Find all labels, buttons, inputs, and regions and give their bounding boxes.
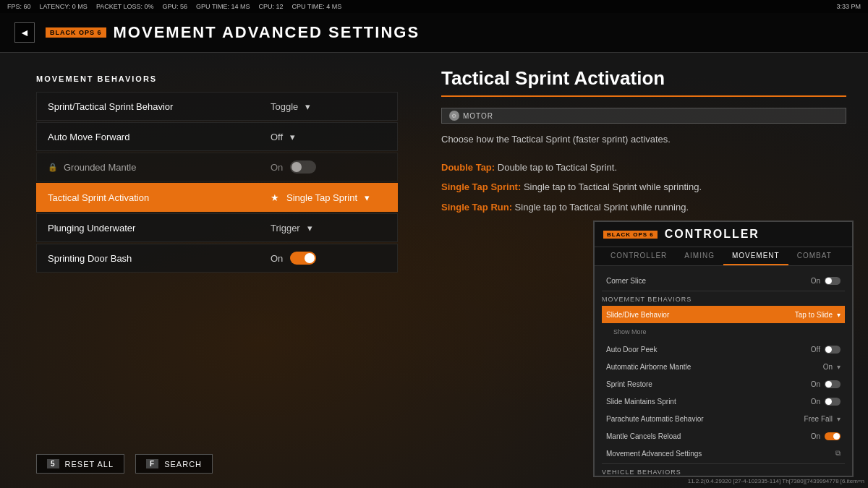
ctrl-val-corner-slice: On (811, 277, 820, 285)
ctrl-toggle-sprint-restore[interactable] (825, 380, 841, 388)
game-logo: BLACK OPS 6 (46, 27, 106, 38)
setting-name-sprint-behavior: Sprint/Tactical Sprint Behavior (48, 101, 271, 112)
chevron-icon: ▾ (290, 132, 295, 142)
ctrl-row-airborne-mantle[interactable]: Automatic Airborne Mantle On ▾ (602, 358, 845, 375)
reset-key: 5 (47, 459, 59, 468)
reset-all-button[interactable]: 5 RESET ALL (36, 454, 124, 474)
ctrl-row-parachute[interactable]: Parachute Automatic Behavior Free Fall ▾ (602, 410, 845, 427)
settings-list: Sprint/Tactical Sprint Behavior Toggle ▾… (36, 92, 398, 273)
back-button[interactable]: ◄ (14, 22, 35, 43)
chevron-icon: ▾ (307, 223, 312, 234)
setting-row-sprinting-door-bash[interactable]: Sprinting Door Bash On (36, 244, 398, 273)
ctrl-name-mantle-reload: Mantle Cancels Reload (606, 432, 811, 440)
ctrl-val-auto-door-peek: Off (811, 346, 820, 354)
setting-name-sprinting-door-bash: Sprinting Door Bash (48, 253, 271, 264)
controller-logo: BLACK OPS 6 (603, 231, 658, 239)
detail-title: Tactical Sprint Activation (441, 67, 846, 97)
ctrl-val-mantle-reload: On (811, 432, 820, 440)
motor-label: MOTOR (463, 112, 493, 120)
ctrl-val-slide-dive: Tap to Slide (795, 311, 833, 319)
search-key: F (146, 459, 158, 468)
controller-title: CONTROLLER (665, 228, 760, 241)
ctrl-row-slide-dive[interactable]: Slide/Dive Behavior Tap to Slide ▾ (602, 306, 845, 323)
cpu-stat: CPU: 12 (258, 3, 283, 10)
setting-row-plunging-underwater[interactable]: Plunging Underwater Trigger ▾ (36, 213, 398, 242)
chevron-icon: ▾ (365, 192, 370, 203)
ctrl-row-sprint-restore[interactable]: Sprint Restore On (602, 375, 845, 393)
ctrl-section-vehicle: VEHICLE BEHAVIORS (602, 468, 845, 476)
setting-name-grounded-mantle: 🔒 Grounded Mantle (48, 162, 271, 173)
tab-movement[interactable]: MOVEMENT (723, 247, 788, 265)
motor-icon: ⚙ (449, 111, 459, 121)
controller-overlay: BLACK OPS 6 CONTROLLER CONTROLLER AIMING… (593, 221, 854, 477)
ctrl-row-corner-slice[interactable]: Corner Slice On (602, 272, 845, 289)
ctrl-val-airborne-mantle: On (823, 363, 833, 371)
chevron-icon: ▾ (305, 101, 310, 112)
setting-value-auto-move: Off ▾ (271, 132, 386, 142)
separator (602, 291, 845, 291)
ctrl-row-show-more[interactable]: Show More (602, 323, 845, 341)
ctrl-chevron-airborne: ▾ (837, 363, 841, 371)
setting-name-auto-move: Auto Move Forward (48, 132, 271, 142)
ctrl-row-auto-door-peek[interactable]: Auto Door Peek Off (602, 341, 845, 358)
ctrl-val-slide-maintains: On (811, 398, 820, 406)
cpu-time-stat: CPU TIME: 4 MS (292, 3, 341, 10)
ctrl-name-show-more: Show More (613, 328, 841, 335)
option-name-2: Single Tap Run: (441, 202, 512, 213)
detail-option-2: Single Tap Run: Single tap to Tactical S… (441, 200, 846, 215)
option-name-1: Single Tap Sprint: (441, 181, 521, 192)
toggle-grounded-mantle (290, 160, 316, 174)
latency-stat: LATENCY: 0 MS (40, 3, 88, 10)
ctrl-row-movement-advanced[interactable]: Movement Advanced Settings ⧉ (602, 445, 845, 462)
hud-bottom-right: 11.2.2(0.4.29320 [27-4-102335-114] Th[73… (688, 478, 864, 484)
setting-name-plunging-underwater: Plunging Underwater (48, 223, 271, 234)
detail-option-1: Single Tap Sprint: Single tap to Tactica… (441, 180, 846, 194)
ctrl-toggle-mantle-reload[interactable] (825, 432, 841, 440)
setting-row-grounded-mantle: 🔒 Grounded Mantle On (36, 153, 398, 181)
bottom-bar: 5 RESET ALL F SEARCH (36, 454, 213, 474)
gpu-stat: GPU: 56 (163, 3, 188, 10)
ctrl-toggle-auto-door-peek[interactable] (825, 346, 841, 354)
setting-row-tactical-sprint[interactable]: Tactical Sprint Activation ★ Single Tap … (36, 183, 398, 212)
fps-stat: FPS: 60 (7, 3, 31, 10)
ctrl-chevron-slide-dive: ▾ (837, 311, 841, 319)
ctrl-name-parachute: Parachute Automatic Behavior (606, 415, 804, 423)
tab-controller[interactable]: CONTROLLER (602, 247, 676, 265)
ctrl-chevron-parachute: ▾ (837, 415, 841, 423)
tab-combat[interactable]: COMBAT (788, 247, 841, 265)
lock-icon: 🔒 (48, 163, 58, 172)
ctrl-val-parachute: Free Fall (804, 415, 833, 423)
ctrl-row-slide-maintains[interactable]: Slide Maintains Sprint On (602, 393, 845, 410)
toggle-sprinting-door-bash[interactable] (290, 252, 316, 265)
ctrl-name-slide-dive: Slide/Dive Behavior (606, 311, 795, 319)
setting-value-plunging-underwater: Trigger ▾ (271, 223, 386, 234)
packet-loss-stat: PACKET LOSS: 0% (96, 3, 154, 10)
section-label: MOVEMENT BEHAVIORS (36, 74, 398, 83)
reset-label: RESET ALL (65, 460, 114, 468)
stats-bar: FPS: 60 LATENCY: 0 MS PACKET LOSS: 0% GP… (0, 0, 868, 13)
ctrl-name-movement-advanced: Movement Advanced Settings (606, 450, 835, 458)
separator-2 (602, 463, 845, 464)
option-name-0: Double Tap: (441, 162, 495, 173)
ctrl-section-movement: MOVEMENT BEHAVIORS (602, 296, 845, 303)
option-desc-2: Single tap to Tactical Sprint while runn… (515, 202, 689, 213)
setting-row-sprint-behavior[interactable]: Sprint/Tactical Sprint Behavior Toggle ▾ (36, 92, 398, 121)
setting-value-sprint-behavior: Toggle ▾ (271, 101, 386, 112)
clock: 3:33 PM (836, 3, 861, 10)
setting-value-sprinting-door-bash: On (271, 252, 386, 265)
controller-body: Corner Slice On MOVEMENT BEHAVIORS Slide… (595, 266, 852, 477)
setting-name-tactical-sprint: Tactical Sprint Activation (48, 192, 271, 203)
ctrl-row-mantle-reload[interactable]: Mantle Cancels Reload On (602, 427, 845, 445)
ctrl-toggle-corner-slice[interactable] (825, 277, 841, 285)
setting-value-tactical-sprint: ★ Single Tap Sprint ▾ (271, 192, 386, 203)
ctrl-toggle-slide-maintains[interactable] (825, 398, 841, 406)
setting-row-auto-move[interactable]: Auto Move Forward Off ▾ (36, 122, 398, 151)
ctrl-name-auto-door-peek: Auto Door Peek (606, 346, 811, 354)
option-desc-0: Double tap to Tactical Sprint. (498, 162, 617, 173)
controller-header: BLACK OPS 6 CONTROLLER (595, 222, 852, 247)
search-button[interactable]: F SEARCH (135, 454, 213, 474)
tab-aiming[interactable]: AIMING (676, 247, 723, 265)
link-icon-movement: ⧉ (835, 449, 841, 458)
setting-value-grounded-mantle: On (271, 160, 386, 174)
detail-option-0: Double Tap: Double tap to Tactical Sprin… (441, 160, 846, 175)
